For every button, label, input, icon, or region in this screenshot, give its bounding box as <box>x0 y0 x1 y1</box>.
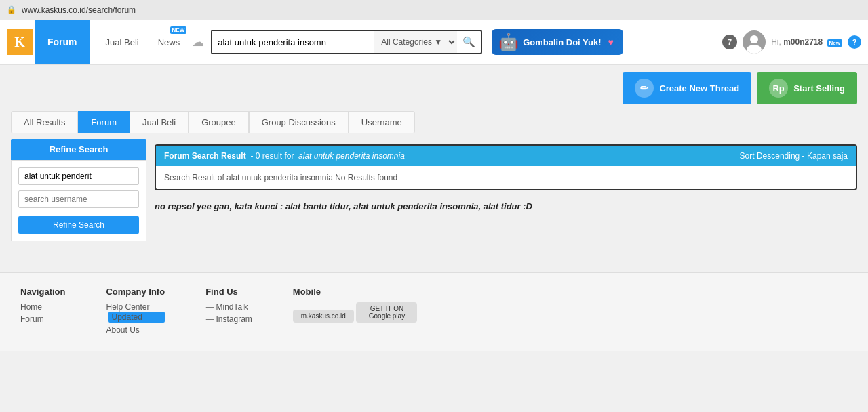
content-area: Forum Search Result - 0 result for alat … <box>155 139 857 222</box>
hi-text: Hi, <box>771 37 781 47</box>
action-buttons: ✏ Create New Thread Rp Start Selling <box>0 65 868 111</box>
nav-right: 7 Hi, m00n2718 New ? <box>722 30 861 54</box>
tab-jual-beli[interactable]: Jual Beli <box>130 111 189 133</box>
footer-mindtalk-link[interactable]: ⸻ MindTalk <box>205 302 252 312</box>
username-label: m00n2718 <box>783 37 823 47</box>
search-result-header: Forum Search Result - 0 result for alat … <box>156 146 856 166</box>
footer-company: Company Info Help Center Updated About U… <box>106 287 165 337</box>
rp-icon: Rp <box>769 79 788 98</box>
logo-letter: K <box>14 35 25 50</box>
nav-jual-beli-link[interactable]: Jual Beli <box>96 20 149 64</box>
gombalin-img: 🤖 Gombalin Doi Yuk! ♥ <box>492 29 623 55</box>
user-info: Hi, m00n2718 New <box>771 37 842 47</box>
tab-all-results[interactable]: All Results <box>11 111 78 133</box>
pencil-icon: ✏ <box>635 79 654 98</box>
footer-navigation: Navigation Home Forum <box>20 287 65 337</box>
search-box-wrapper: All Categories ▼ 🔍 <box>211 30 482 54</box>
tab-buttons: All Results Forum Jual Beli Groupee Grou… <box>11 111 857 133</box>
lock-icon: 🔒 <box>7 5 16 14</box>
browser-bar: 🔒 www.kaskus.co.id/search/forum <box>0 0 868 20</box>
help-icon[interactable]: ? <box>848 35 861 49</box>
svg-point-1 <box>750 35 758 43</box>
footer-mobile: Mobile m.kaskus.co.id GET IT ONGoogle pl… <box>293 287 418 337</box>
search-input[interactable] <box>212 31 374 53</box>
nav-news-link[interactable]: News NEW <box>149 20 190 64</box>
google-play-btn[interactable]: GET IT ONGoogle play <box>356 302 417 323</box>
footer-find-us: Find Us ⸻ MindTalk ⸻ Instagram <box>205 287 252 337</box>
tab-username[interactable]: Username <box>349 111 415 133</box>
mascot-icon: 🤖 <box>498 33 519 52</box>
search-result-body: Search Result of alat untuk penderita in… <box>156 166 856 189</box>
user-new-badge: New <box>827 39 842 47</box>
gombalin-banner[interactable]: 🤖 Gombalin Doi Yuk! ♥ <box>492 29 623 55</box>
help-center-badge: Updated <box>108 312 165 323</box>
footer-findus-title: Find Us <box>205 287 252 297</box>
start-selling-button[interactable]: Rp Start Selling <box>757 72 857 104</box>
refine-panel: Refine Search Refine Search <box>11 139 146 241</box>
footer-home-link[interactable]: Home <box>20 302 65 312</box>
footer-about-link[interactable]: About Us <box>106 325 165 335</box>
refine-search-header: Refine Search <box>11 139 146 160</box>
nav-forum-link[interactable]: Forum <box>35 20 90 64</box>
footer-mobile-title: Mobile <box>293 287 418 297</box>
footer-nav-title: Navigation <box>20 287 65 297</box>
tab-groupee[interactable]: Groupee <box>189 111 249 133</box>
gombalin-text: Gombalin Doi Yuk! <box>523 37 601 47</box>
mobile-web-link[interactable]: m.kaskus.co.id <box>293 310 354 323</box>
footer-help-link[interactable]: Help Center Updated <box>106 302 165 323</box>
refine-keyword-input[interactable] <box>18 167 139 185</box>
create-thread-button[interactable]: ✏ Create New Thread <box>623 72 751 104</box>
footer: Navigation Home Forum Company Info Help … <box>0 272 868 351</box>
refine-username-input[interactable] <box>18 190 139 208</box>
tab-group-discussions[interactable]: Group Discussions <box>249 111 349 133</box>
search-result-box: Forum Search Result - 0 result for alat … <box>155 144 857 190</box>
news-new-badge: NEW <box>170 26 187 34</box>
footer-forum-link[interactable]: Forum <box>20 314 65 324</box>
heart-icon: ♥ <box>608 37 614 47</box>
footer-company-title: Company Info <box>106 287 165 297</box>
cloud-icon: ☁ <box>192 35 204 49</box>
sort-options[interactable]: Sort Descending - Kapan saja <box>740 151 848 161</box>
search-button[interactable]: 🔍 <box>457 36 481 48</box>
notification-count[interactable]: 7 <box>722 35 737 49</box>
main-content: All Results Forum Jual Beli Groupee Grou… <box>0 111 868 252</box>
no-result-message: no repsol yee gan, kata kunci : alat ban… <box>155 190 857 222</box>
layout-row: Refine Search Refine Search Forum Search… <box>11 139 857 241</box>
refine-body: Refine Search <box>11 160 146 241</box>
category-select[interactable]: All Categories ▼ <box>374 31 457 53</box>
refine-search-button[interactable]: Refine Search <box>18 216 139 234</box>
kaskus-logo[interactable]: K <box>7 29 33 55</box>
tab-forum[interactable]: Forum <box>78 111 130 133</box>
top-nav: K Forum Jual Beli News NEW ☁ All Categor… <box>0 20 868 65</box>
no-result-text: Search Result of alat untuk penderita in… <box>164 173 397 182</box>
search-result-title: Forum Search Result - 0 result for alat … <box>164 151 405 161</box>
user-avatar[interactable] <box>743 30 766 54</box>
browser-url: www.kaskus.co.id/search/forum <box>22 5 136 15</box>
footer-instagram-link[interactable]: ⸻ Instagram <box>205 314 252 324</box>
